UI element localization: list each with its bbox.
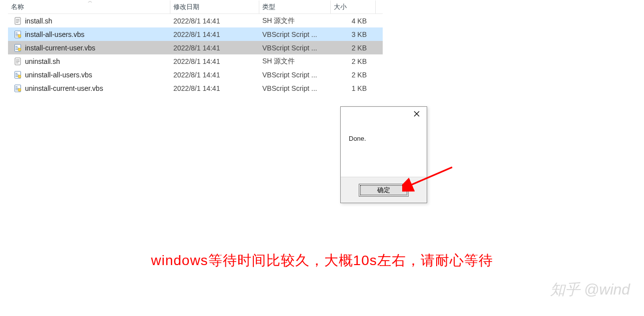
vbs-file-icon <box>14 71 22 79</box>
vbs-file-icon <box>14 30 22 38</box>
header-date[interactable]: 修改日期 <box>170 0 259 13</box>
svg-point-9 <box>18 88 21 91</box>
file-size: 2 KB <box>331 56 376 66</box>
close-icon[interactable] <box>407 107 427 121</box>
file-size: 2 KB <box>331 43 376 53</box>
file-date: 2022/8/1 14:41 <box>170 29 259 39</box>
file-size: 1 KB <box>331 83 376 93</box>
file-name: uninstall.sh <box>25 57 60 65</box>
file-date: 2022/8/1 14:41 <box>170 70 259 80</box>
file-name: uninstall-current-user.vbs <box>25 84 103 92</box>
table-row[interactable]: install-current-user.vbs2022/8/1 14:41VB… <box>8 41 383 54</box>
file-name: install-current-user.vbs <box>25 44 95 52</box>
file-size: 4 KB <box>331 16 376 26</box>
header-type[interactable]: 类型 <box>259 0 331 13</box>
file-size: 3 KB <box>331 29 376 39</box>
sh-file-icon <box>14 17 22 25</box>
file-type: VBScript Script ... <box>259 43 331 53</box>
file-type: VBScript Script ... <box>259 70 331 80</box>
file-name: install-all-users.vbs <box>25 30 84 38</box>
done-dialog: Done. 确定 <box>340 106 427 203</box>
header-size[interactable]: 大小 <box>331 0 376 13</box>
file-type: VBScript Script ... <box>259 83 331 93</box>
file-date: 2022/8/1 14:41 <box>170 83 259 93</box>
file-size: 2 KB <box>331 70 376 80</box>
svg-point-4 <box>18 48 21 51</box>
watermark: 知乎 @wind <box>550 280 631 300</box>
file-type: SH 源文件 <box>259 56 331 67</box>
file-name: uninstall-all-users.vbs <box>25 71 92 79</box>
svg-point-2 <box>18 34 21 37</box>
dialog-message: Done. <box>341 125 427 177</box>
file-type: VBScript Script ... <box>259 29 331 39</box>
file-name: install.sh <box>25 17 52 25</box>
vbs-file-icon <box>14 44 22 52</box>
dialog-footer: 确定 <box>341 177 427 203</box>
file-list: ︿ 名称 修改日期 类型 大小 install.sh2022/8/1 14:41… <box>8 0 383 95</box>
table-row[interactable]: uninstall-current-user.vbs2022/8/1 14:41… <box>8 81 383 95</box>
table-row[interactable]: install-all-users.vbs2022/8/1 14:41VBScr… <box>8 27 383 41</box>
table-row[interactable]: uninstall.sh2022/8/1 14:41SH 源文件2 KB <box>8 54 383 68</box>
column-headers: 名称 修改日期 类型 大小 <box>8 0 383 14</box>
ok-button[interactable]: 确定 <box>359 184 409 197</box>
file-date: 2022/8/1 14:41 <box>170 43 259 53</box>
sort-indicator: ︿ <box>88 0 92 4</box>
file-type: SH 源文件 <box>259 15 331 26</box>
dialog-titlebar <box>341 107 427 125</box>
file-date: 2022/8/1 14:41 <box>170 16 259 26</box>
table-row[interactable]: install.sh2022/8/1 14:41SH 源文件4 KB <box>8 14 383 27</box>
annotation-caption: windows等待时间比较久，大概10s左右，请耐心等待 <box>0 251 644 270</box>
file-date: 2022/8/1 14:41 <box>170 56 259 66</box>
sh-file-icon <box>14 57 22 65</box>
table-row[interactable]: uninstall-all-users.vbs2022/8/1 14:41VBS… <box>8 68 383 81</box>
svg-point-7 <box>18 75 21 78</box>
vbs-file-icon <box>14 84 22 92</box>
